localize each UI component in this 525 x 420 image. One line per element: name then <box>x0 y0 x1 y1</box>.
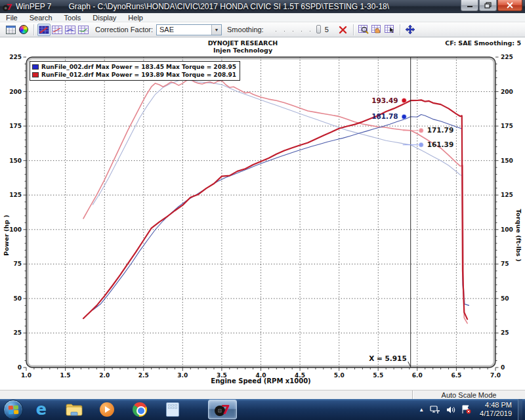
media-player-icon <box>100 402 114 417</box>
system-tray: ▲ 4:48 PM 4/17/2019 <box>419 399 525 420</box>
internet-explorer-icon: e <box>36 400 47 419</box>
svg-text:75: 75 <box>13 261 22 267</box>
correction-factor-label: Correction Factor: <box>95 26 153 33</box>
folder-icon <box>66 402 83 417</box>
taskbar-calculator[interactable] <box>163 400 182 419</box>
chrome-icon <box>133 402 147 417</box>
restore-button[interactable] <box>479 0 497 11</box>
delete-run-button[interactable] <box>337 24 350 36</box>
table-icon <box>6 26 16 34</box>
zoom-graph-button[interactable] <box>357 24 370 36</box>
menu-bar: File Search Tools Display Help <box>0 13 525 22</box>
chevron-down-icon[interactable]: ▼ <box>211 25 221 35</box>
calculator-icon <box>166 402 179 417</box>
svg-text:225: 225 <box>501 54 513 60</box>
action-center-flag-icon[interactable] <box>461 405 471 414</box>
dyno-graph-panel: 1.01.52.02.53.03.54.04.55.05.56.06.57.00… <box>0 37 525 390</box>
run-list-button[interactable] <box>4 24 17 36</box>
scale-mode-indicator: Auto Scale Mode <box>412 390 525 399</box>
graph-view-button-3[interactable] <box>64 24 77 36</box>
magnifier-graph-icon <box>358 25 369 34</box>
svg-text:125: 125 <box>9 192 22 198</box>
svg-text:50: 50 <box>13 295 22 302</box>
legend-row-run012: RunFile_012.drf Max Power = 193.89 Max T… <box>32 71 236 79</box>
minimize-button[interactable] <box>461 0 478 11</box>
crosshair-button[interactable] <box>404 24 417 36</box>
taskbar-clock[interactable]: 4:48 PM 4/17/2019 <box>480 401 512 418</box>
smoothing-label: Smoothing: <box>227 26 264 33</box>
legend-row-run002: RunFile_002.drf Max Power = 183.45 Max T… <box>32 63 236 71</box>
menu-search[interactable]: Search <box>24 13 58 22</box>
taskbar-chrome[interactable] <box>131 400 149 419</box>
svg-text:193.49: 193.49 <box>371 96 398 104</box>
clock-time: 4:48 PM <box>480 401 512 410</box>
status-bar: Auto Scale Mode <box>0 390 525 399</box>
windows-taskbar: e 7 <box>0 399 525 420</box>
taskbar-winpep-active[interactable]: 7 <box>208 400 237 419</box>
hand-graph-icon <box>371 25 382 34</box>
menu-display[interactable]: Display <box>87 13 122 22</box>
tray-expand-icon[interactable]: ▲ <box>419 407 424 413</box>
taskbar-internet-explorer[interactable]: e <box>32 400 51 419</box>
correction-factor-select[interactable]: SAE ▼ <box>156 24 222 35</box>
svg-text:75: 75 <box>501 261 509 267</box>
graph-icon <box>39 26 49 34</box>
chart-legend: RunFile_002.drf Max Power = 183.45 Max T… <box>30 61 240 81</box>
svg-text:225: 225 <box>9 54 22 60</box>
network-icon[interactable] <box>430 406 440 414</box>
chart-subtitle: Injen Technology <box>26 47 459 54</box>
smoothing-value: 5 <box>325 26 329 33</box>
svg-text:150: 150 <box>501 158 513 164</box>
clock-date: 4/17/2019 <box>480 410 512 418</box>
y-axis-title-torque: Torque (ft-lbs ) <box>515 207 522 264</box>
svg-text:161.39: 161.39 <box>427 140 454 148</box>
color-wheel-icon <box>19 25 28 34</box>
toolbar-separator <box>353 24 354 35</box>
svg-text:0: 0 <box>18 364 22 371</box>
menu-tools[interactable]: Tools <box>58 13 87 22</box>
legend-swatch-blue <box>32 64 39 70</box>
legend-swatch-red <box>32 72 39 77</box>
graph-view-button-2[interactable] <box>51 24 64 36</box>
dyno-graph[interactable]: 1.01.52.02.53.03.54.04.55.05.56.06.57.00… <box>0 37 525 390</box>
svg-text:200: 200 <box>9 89 22 95</box>
svg-text:175: 175 <box>9 123 22 129</box>
taskbar-file-explorer[interactable] <box>65 400 83 419</box>
status-bar-left <box>0 390 412 399</box>
winpep-window: 7 WinPEP 7 Graph - C:\DynoRuns\HONDA\CIV… <box>0 0 525 420</box>
chart-title: DYNOJET RESEARCH <box>26 39 459 47</box>
close-icon <box>507 2 513 9</box>
volume-icon[interactable] <box>446 406 455 414</box>
svg-text:25: 25 <box>501 329 509 336</box>
pointer-graph-button[interactable] <box>383 24 396 36</box>
toolbar-separator <box>33 24 34 35</box>
svg-text:7: 7 <box>7 2 12 12</box>
svg-text:175: 175 <box>501 123 513 129</box>
taskbar-media-player[interactable] <box>98 400 116 419</box>
svg-text:181.78: 181.78 <box>371 112 398 120</box>
menu-file[interactable]: File <box>0 13 24 22</box>
minimize-icon <box>467 3 473 8</box>
color-settings-button[interactable] <box>17 24 30 36</box>
svg-text:50: 50 <box>501 295 509 302</box>
show-desktop-button[interactable] <box>518 399 522 420</box>
cursor-graph-icon <box>385 25 395 34</box>
pan-graph-button[interactable] <box>370 24 383 36</box>
x-axis-title: Engine Speed (RPM x1000) <box>26 377 495 385</box>
y-axis-title-power: Power (hp ) <box>3 209 10 262</box>
svg-text:100: 100 <box>501 226 513 233</box>
graph-view-button-4[interactable] <box>77 24 90 36</box>
correction-smoothing-readout: CF: SAE Smoothing: 5 <box>445 39 521 47</box>
menu-help[interactable]: Help <box>122 13 149 22</box>
slider-handle[interactable] <box>316 25 321 33</box>
crosshair-move-icon <box>405 24 415 35</box>
chart-header: DYNOJET RESEARCH Injen Technology <box>26 39 459 54</box>
title-bar: 7 WinPEP 7 Graph - C:\DynoRuns\HONDA\CIV… <box>0 0 525 13</box>
graph-view-button-1[interactable] <box>37 24 51 36</box>
graph-icon <box>78 26 89 34</box>
close-button[interactable] <box>497 0 522 11</box>
smoothing-slider[interactable] <box>270 24 321 35</box>
svg-text:100: 100 <box>9 226 22 233</box>
window-title-app: WinPEP 7 <box>16 2 51 11</box>
start-button[interactable] <box>3 400 23 419</box>
